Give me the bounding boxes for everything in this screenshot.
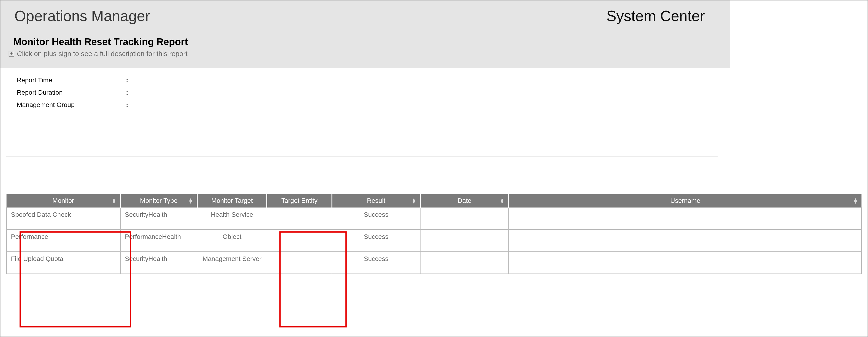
results-table: Monitor ▲▼ Monitor Type ▲▼ Monitor Targe… bbox=[6, 194, 862, 274]
cell-monitor-target: Object bbox=[197, 229, 267, 252]
sort-icon[interactable]: ▲▼ bbox=[188, 198, 193, 204]
meta-report-duration: Report Duration : bbox=[17, 86, 851, 99]
report-meta: Report Time : Report Duration : Manageme… bbox=[0, 68, 868, 117]
meta-label: Management Group bbox=[17, 99, 126, 111]
meta-label: Report Time bbox=[17, 74, 126, 86]
meta-report-time: Report Time : bbox=[17, 74, 851, 86]
cell-username bbox=[508, 208, 862, 229]
meta-colon: : bbox=[126, 86, 131, 99]
cell-monitor-target: Health Service bbox=[197, 208, 267, 229]
cell-username bbox=[508, 252, 862, 274]
cell-target-entity bbox=[267, 252, 332, 274]
cell-target-entity bbox=[267, 208, 332, 229]
cell-result: Success bbox=[332, 208, 420, 229]
meta-colon: : bbox=[126, 74, 131, 86]
header-band: Operations Manager System Center bbox=[0, 0, 731, 34]
col-label: Monitor bbox=[52, 197, 74, 204]
cell-result: Success bbox=[332, 229, 420, 252]
sort-icon[interactable]: ▲▼ bbox=[853, 198, 858, 204]
table-header-row: Monitor ▲▼ Monitor Type ▲▼ Monitor Targe… bbox=[6, 194, 862, 208]
col-label: Target Entity bbox=[281, 197, 317, 204]
col-label: Monitor Target bbox=[211, 197, 253, 204]
cell-monitor: Spoofed Data Check bbox=[6, 208, 120, 229]
report-title: Monitor Health Reset Tracking Report bbox=[7, 36, 723, 48]
results-table-wrap: Monitor ▲▼ Monitor Type ▲▼ Monitor Targe… bbox=[0, 194, 868, 274]
divider bbox=[6, 156, 718, 157]
col-label: Date bbox=[458, 197, 471, 204]
cell-monitor-target: Management Server bbox=[197, 252, 267, 274]
col-username-header[interactable]: Username ▲▼ bbox=[508, 194, 862, 208]
cell-monitor-type: SecurityHealth bbox=[120, 208, 197, 229]
col-label: Username bbox=[670, 197, 700, 204]
col-monitor-header[interactable]: Monitor ▲▼ bbox=[6, 194, 120, 208]
sort-icon[interactable]: ▲▼ bbox=[112, 198, 116, 204]
report-hint-row: + Click on plus sign to see a full descr… bbox=[7, 50, 723, 58]
col-monitor-target-header[interactable]: Monitor Target bbox=[197, 194, 267, 208]
col-result-header[interactable]: Result ▲▼ bbox=[332, 194, 420, 208]
table-row[interactable]: Spoofed Data Check SecurityHealth Health… bbox=[6, 208, 862, 229]
cell-monitor-type: PerformanceHealth bbox=[120, 229, 197, 252]
app-title: Operations Manager bbox=[14, 7, 150, 25]
table-row[interactable]: File Upload Quota SecurityHealth Managem… bbox=[6, 252, 862, 274]
col-monitor-type-header[interactable]: Monitor Type ▲▼ bbox=[120, 194, 197, 208]
report-hint: Click on plus sign to see a full descrip… bbox=[17, 50, 188, 58]
cell-date bbox=[420, 229, 508, 252]
cell-username bbox=[508, 229, 862, 252]
cell-monitor: Performance bbox=[6, 229, 120, 252]
cell-monitor-type: SecurityHealth bbox=[120, 252, 197, 274]
cell-result: Success bbox=[332, 252, 420, 274]
table-row[interactable]: Performance PerformanceHealth Object Suc… bbox=[6, 229, 862, 252]
meta-colon: : bbox=[126, 99, 131, 111]
sort-icon[interactable]: ▲▼ bbox=[500, 198, 504, 204]
meta-label: Report Duration bbox=[17, 86, 126, 99]
col-label: Result bbox=[367, 197, 385, 204]
cell-date bbox=[420, 252, 508, 274]
cell-monitor: File Upload Quota bbox=[6, 252, 120, 274]
report-header-band: Monitor Health Reset Tracking Report + C… bbox=[0, 34, 731, 68]
col-target-entity-header[interactable]: Target Entity bbox=[267, 194, 332, 208]
cell-target-entity bbox=[267, 229, 332, 252]
meta-management-group: Management Group : bbox=[17, 99, 851, 111]
brand-title: System Center bbox=[607, 7, 719, 25]
report-frame: Operations Manager System Center Monitor… bbox=[0, 0, 868, 337]
expand-plus-icon[interactable]: + bbox=[9, 51, 14, 57]
col-label: Monitor Type bbox=[140, 197, 177, 204]
sort-icon[interactable]: ▲▼ bbox=[411, 198, 416, 204]
col-date-header[interactable]: Date ▲▼ bbox=[420, 194, 508, 208]
cell-date bbox=[420, 208, 508, 229]
